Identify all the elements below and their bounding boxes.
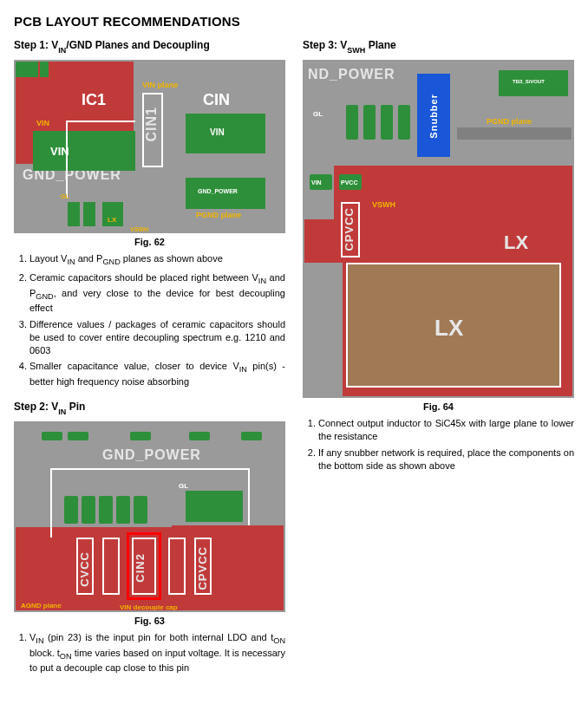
left-column: Step 1: VIN/GND Planes and Decoupling GN… [14, 39, 285, 687]
step1-note-2: Ceramic capacitors should be placed righ… [29, 271, 285, 315]
figure-63-caption: Fig. 63 [14, 616, 285, 626]
fig62-vin-small-label: VIN [36, 119, 49, 127]
fig62-cin-label: CIN [203, 91, 230, 109]
fig64-snubber-box: Snubber [417, 74, 450, 157]
fig62-gnd-pwr-box-label: GND_POWER [198, 188, 238, 194]
step1-note-4: Smaller capacitance value, closer to dev… [29, 360, 285, 388]
step3-notes: Connect output inductor to SiC45x with l… [303, 417, 574, 472]
step1-notes: Layout VIN and PGND planes as shown abov… [14, 252, 285, 388]
step2-heading: Step 2: VIN Pin [14, 401, 285, 414]
figure-62-pcb: GND_POWER VIN IC1 CIN1 CIN VIN GND_POWER [14, 60, 285, 233]
step2-notes: VIN (pin 23) is the input pin for both i… [14, 631, 285, 675]
fig62-gl-label: GL [61, 193, 69, 199]
fig64-lx-big-label: LX [434, 315, 463, 342]
fig64-vswh-label: VSWH [372, 200, 395, 209]
fig64-tb3-label: TB3_S/VOUT [513, 79, 545, 84]
fig64-gl-label: GL [313, 110, 323, 118]
figure-62-caption: Fig. 62 [14, 237, 285, 247]
fig62-ic1-label: IC1 [82, 91, 106, 109]
fig64-cpvcc-label: CPVCC [343, 207, 356, 251]
figure-64-pcb: ND_POWER TB3_S/VOUT Snubber PGND plane G… [303, 60, 574, 398]
fig62-vin-inner-label: VIN [210, 127, 225, 137]
two-column-layout: Step 1: VIN/GND Planes and Decoupling GN… [14, 39, 574, 687]
fig64-nd-power-label: ND_POWER [308, 67, 395, 82]
step1-heading: Step 1: VIN/GND Planes and Decoupling [14, 39, 285, 53]
fig64-lx-mid-label: LX [504, 231, 528, 254]
fig64-pvcc-label: PVCC [341, 179, 357, 186]
fig62-lx-label: LX [108, 216, 116, 224]
fig63-agnd-plane-label: AGND plane [21, 602, 62, 609]
fig62-cin1-label: CIN1 [144, 107, 160, 141]
fig63-vin-decouple-label: VIN decouple cap [120, 603, 178, 611]
step3-heading: Step 3: VSWH Plane [303, 39, 574, 53]
step1-note-1: Layout VIN and PGND planes as shown abov… [29, 252, 285, 268]
fig62-pgnd-plane-label: PGND plane [196, 211, 241, 219]
fig64-pgnd-plane-label: PGND plane [487, 117, 532, 126]
step1-note-3: Difference values / packages of ceramic … [29, 318, 285, 357]
figure-64-caption: Fig. 64 [303, 401, 574, 412]
fig63-highlight-box [127, 532, 161, 600]
fig64-vin-label: VIN [311, 179, 322, 186]
page-title: PCB LAYOUT RECOMMENDATIONS [14, 14, 574, 29]
fig63-gl-label: GL [179, 482, 188, 490]
step3-note-2: If any snubber network is required, plac… [318, 447, 574, 473]
fig62-vin-plane-label: VIN plane [142, 81, 178, 89]
figure-63-pcb: GND_POWER GL LX CVCC CIN2 CPVC [14, 421, 285, 612]
step3-note-1: Connect output inductor to SiC45x with l… [318, 417, 574, 443]
fig63-gnd-power-label: GND_POWER [102, 447, 201, 463]
step2-note-1: VIN (pin 23) is the input pin for both i… [29, 631, 285, 675]
right-column: Step 3: VSWH Plane ND_POWER TB3_S/VOUT S… [303, 39, 574, 687]
fig63-cpvcc-label: CPVCC [196, 546, 209, 590]
fig63-cvcc-label: CVCC [78, 551, 91, 587]
fig62-vswh-label: VSWH [130, 226, 148, 232]
